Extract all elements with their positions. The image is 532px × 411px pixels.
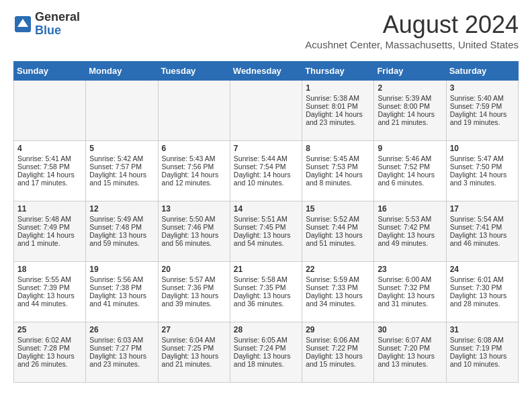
calendar-cell: 21Sunrise: 5:58 AMSunset: 7:35 PMDayligh… — [230, 262, 302, 322]
sunset-text: Sunset: 7:32 PM — [378, 283, 442, 291]
day-number: 3 — [450, 83, 515, 93]
daylight-text: Daylight: 13 hours and 39 minutes. — [162, 291, 226, 308]
day-number: 27 — [162, 325, 226, 334]
daylight-text: Daylight: 13 hours and 23 minutes. — [89, 352, 154, 368]
calendar-cell: 10Sunrise: 5:47 AMSunset: 7:50 PMDayligh… — [446, 141, 518, 201]
sunset-text: Sunset: 7:53 PM — [306, 163, 370, 171]
day-number: 18 — [17, 265, 82, 274]
daylight-text: Daylight: 13 hours and 28 minutes. — [450, 291, 515, 308]
sunrise-text: Sunrise: 5:40 AM — [450, 94, 515, 102]
day-number: 11 — [17, 204, 82, 214]
calendar-cell: 31Sunrise: 6:08 AMSunset: 7:19 PMDayligh… — [446, 322, 518, 383]
calendar-cell: 12Sunrise: 5:49 AMSunset: 7:48 PMDayligh… — [86, 201, 158, 262]
sunrise-text: Sunrise: 6:02 AM — [17, 336, 82, 344]
daylight-text: Daylight: 13 hours and 46 minutes. — [450, 231, 515, 247]
sunrise-text: Sunrise: 5:46 AM — [378, 154, 442, 163]
calendar-week-row: 1Sunrise: 5:38 AMSunset: 8:01 PMDaylight… — [14, 81, 519, 141]
sunset-text: Sunset: 7:22 PM — [306, 344, 370, 352]
sunset-text: Sunset: 7:42 PM — [378, 223, 442, 231]
sunrise-text: Sunrise: 6:05 AM — [234, 336, 298, 344]
calendar-week-row: 25Sunrise: 6:02 AMSunset: 7:28 PMDayligh… — [14, 322, 519, 383]
logo-blue-text: Blue — [35, 24, 80, 38]
calendar-cell: 23Sunrise: 6:00 AMSunset: 7:32 PMDayligh… — [374, 262, 446, 322]
day-number: 6 — [162, 144, 226, 153]
day-number: 30 — [378, 325, 442, 334]
daylight-text: Daylight: 14 hours and 10 minutes. — [234, 171, 298, 187]
calendar-cell: 6Sunrise: 5:43 AMSunset: 7:56 PMDaylight… — [158, 141, 230, 201]
logo-icon — [13, 15, 32, 34]
daylight-text: Daylight: 13 hours and 51 minutes. — [306, 231, 370, 247]
calendar-cell: 29Sunrise: 6:06 AMSunset: 7:22 PMDayligh… — [302, 322, 374, 383]
sunrise-text: Sunrise: 5:42 AM — [89, 154, 154, 163]
daylight-text: Daylight: 14 hours and 1 minute. — [17, 231, 82, 247]
day-number: 19 — [89, 265, 154, 274]
day-number: 15 — [306, 204, 370, 214]
calendar-cell: 2Sunrise: 5:39 AMSunset: 8:00 PMDaylight… — [374, 81, 446, 141]
calendar-cell: 22Sunrise: 5:59 AMSunset: 7:33 PMDayligh… — [302, 262, 374, 322]
day-number: 4 — [17, 144, 82, 153]
sunset-text: Sunset: 7:57 PM — [89, 163, 154, 171]
calendar-week-row: 11Sunrise: 5:48 AMSunset: 7:49 PMDayligh… — [14, 201, 519, 262]
weekday-header: Sunday — [14, 62, 86, 81]
calendar-cell: 5Sunrise: 5:42 AMSunset: 7:57 PMDaylight… — [86, 141, 158, 201]
day-number: 7 — [234, 144, 298, 153]
daylight-text: Daylight: 13 hours and 49 minutes. — [378, 231, 442, 247]
sunset-text: Sunset: 7:45 PM — [234, 223, 298, 231]
daylight-text: Daylight: 13 hours and 21 minutes. — [162, 352, 226, 368]
calendar-cell: 24Sunrise: 6:01 AMSunset: 7:30 PMDayligh… — [446, 262, 518, 322]
sunrise-text: Sunrise: 5:57 AM — [162, 275, 226, 283]
sunset-text: Sunset: 7:58 PM — [17, 163, 82, 171]
daylight-text: Daylight: 13 hours and 15 minutes. — [306, 352, 370, 368]
daylight-text: Daylight: 14 hours and 19 minutes. — [450, 110, 515, 126]
calendar-cell: 19Sunrise: 5:56 AMSunset: 7:38 PMDayligh… — [86, 262, 158, 322]
sunset-text: Sunset: 7:25 PM — [162, 344, 226, 352]
calendar-cell: 7Sunrise: 5:44 AMSunset: 7:54 PMDaylight… — [230, 141, 302, 201]
logo-general-text: General — [35, 11, 80, 24]
sunset-text: Sunset: 8:01 PM — [306, 102, 370, 110]
sunrise-text: Sunrise: 5:47 AM — [450, 154, 515, 163]
calendar-week-row: 18Sunrise: 5:55 AMSunset: 7:39 PMDayligh… — [14, 262, 519, 322]
sunset-text: Sunset: 7:50 PM — [450, 163, 515, 171]
calendar-cell: 1Sunrise: 5:38 AMSunset: 8:01 PMDaylight… — [302, 81, 374, 141]
sunrise-text: Sunrise: 5:54 AM — [450, 215, 515, 223]
daylight-text: Daylight: 13 hours and 44 minutes. — [17, 291, 82, 308]
sunset-text: Sunset: 7:39 PM — [17, 283, 82, 291]
calendar-cell — [158, 81, 230, 141]
sunset-text: Sunset: 7:38 PM — [89, 283, 154, 291]
sunrise-text: Sunrise: 5:59 AM — [306, 275, 370, 283]
sunset-text: Sunset: 7:56 PM — [162, 163, 226, 171]
sunrise-text: Sunrise: 6:08 AM — [450, 336, 515, 344]
sunrise-text: Sunrise: 5:53 AM — [378, 215, 442, 223]
day-number: 14 — [234, 204, 298, 214]
calendar-cell: 8Sunrise: 5:45 AMSunset: 7:53 PMDaylight… — [302, 141, 374, 201]
sunset-text: Sunset: 7:44 PM — [306, 223, 370, 231]
day-number: 23 — [378, 265, 442, 274]
sunrise-text: Sunrise: 5:45 AM — [306, 154, 370, 163]
sunrise-text: Sunrise: 5:48 AM — [17, 215, 82, 223]
calendar-table: SundayMondayTuesdayWednesdayThursdayFrid… — [13, 61, 519, 383]
calendar-cell: 20Sunrise: 5:57 AMSunset: 7:36 PMDayligh… — [158, 262, 230, 322]
calendar-cell: 9Sunrise: 5:46 AMSunset: 7:52 PMDaylight… — [374, 141, 446, 201]
daylight-text: Daylight: 14 hours and 8 minutes. — [306, 171, 370, 187]
day-number: 24 — [450, 265, 515, 274]
calendar-cell — [86, 81, 158, 141]
day-number: 5 — [89, 144, 154, 153]
sunrise-text: Sunrise: 5:52 AM — [306, 215, 370, 223]
sunrise-text: Sunrise: 5:50 AM — [162, 215, 226, 223]
day-number: 17 — [450, 204, 515, 214]
day-number: 16 — [378, 204, 442, 214]
day-number: 29 — [306, 325, 370, 334]
calendar-cell: 11Sunrise: 5:48 AMSunset: 7:49 PMDayligh… — [14, 201, 86, 262]
weekday-header: Tuesday — [158, 62, 230, 81]
daylight-text: Daylight: 14 hours and 6 minutes. — [378, 171, 442, 187]
logo: General Blue — [13, 11, 80, 38]
daylight-text: Daylight: 14 hours and 23 minutes. — [306, 110, 370, 126]
daylight-text: Daylight: 13 hours and 13 minutes. — [378, 352, 442, 368]
weekday-header: Wednesday — [230, 62, 302, 81]
sunset-text: Sunset: 7:27 PM — [89, 344, 154, 352]
sunrise-text: Sunrise: 5:55 AM — [17, 275, 82, 283]
day-number: 12 — [89, 204, 154, 214]
daylight-text: Daylight: 14 hours and 3 minutes. — [450, 171, 515, 187]
sunset-text: Sunset: 7:33 PM — [306, 283, 370, 291]
weekday-header: Friday — [374, 62, 446, 81]
